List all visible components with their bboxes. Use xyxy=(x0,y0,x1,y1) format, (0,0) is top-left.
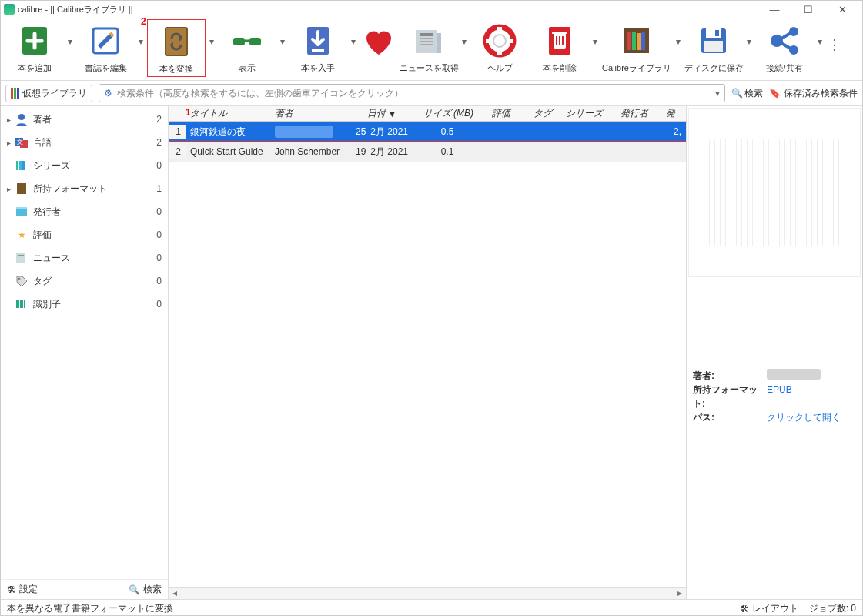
svg-rect-40 xyxy=(16,207,27,209)
th-rating[interactable]: 評価 xyxy=(478,105,524,122)
do-search-button[interactable]: 🔍 検索 xyxy=(731,87,763,100)
th-series[interactable]: シリーズ xyxy=(561,105,607,122)
window-title: calibre - || Calibreライブラリ || xyxy=(18,4,758,15)
sidebar-item-languages[interactable]: ▸ 文 言語 2 xyxy=(1,131,168,154)
th-publisher[interactable]: 発行者 xyxy=(607,105,661,122)
library-button[interactable]: Calibreライブラリ xyxy=(601,19,672,75)
download-book-icon xyxy=(299,22,336,59)
tag-browser-list[interactable]: ▸ 著者 2 ▸ 文 言語 2 シリーズ 0 ▸ 所持フォーマット xyxy=(1,106,168,579)
fetch-news-dropdown[interactable]: ▾ xyxy=(460,19,469,47)
svg-rect-39 xyxy=(16,209,27,216)
saved-label: 保存済み検索条件 xyxy=(784,87,858,100)
scroll-right-icon[interactable]: ▸ xyxy=(674,588,686,599)
horizontal-scrollbar[interactable]: ◂ ▸ xyxy=(169,587,686,599)
toolbar-overflow[interactable]: ⋮ xyxy=(826,19,843,53)
cover-image xyxy=(709,139,840,246)
sidebar-item-tags[interactable]: タグ 0 xyxy=(1,270,168,293)
minimize-button[interactable]: — xyxy=(758,1,791,18)
view-dropdown[interactable]: ▾ xyxy=(278,19,287,47)
view-button[interactable]: 表示 xyxy=(218,19,276,75)
person-icon xyxy=(15,112,28,126)
convert-book-dropdown[interactable]: ▾ xyxy=(207,19,216,47)
jobs-button[interactable]: ジョブ数: 0 xyxy=(809,602,856,615)
book-metadata: 著者: 所持フォーマット:EPUB パス:クリックして開く xyxy=(687,364,862,429)
table-header[interactable]: タイトル 著者 日付▼ サイズ (MB) 評価 タグ シリーズ 発行者 発 xyxy=(169,106,686,122)
table-empty-area[interactable] xyxy=(169,162,686,587)
table-row[interactable]: 1 銀河鉄道の夜 252月 2021 0.5 2, xyxy=(169,122,686,142)
th-tag[interactable]: タグ xyxy=(524,105,561,122)
sidebar-search-button[interactable]: 🔍 検索 xyxy=(129,583,162,596)
fetch-news-label: ニュースを取得 xyxy=(400,62,459,74)
connect-dropdown[interactable]: ▾ xyxy=(815,19,825,47)
close-button[interactable]: ✕ xyxy=(825,1,859,18)
book-list: 1 タイトル 著者 日付▼ サイズ (MB) 評価 タグ シリーズ 発行者 発 … xyxy=(169,106,687,599)
table-row[interactable]: 2 Quick Start Guide John Schember 192月 2… xyxy=(169,142,686,162)
bookmark-icon: 🔖 xyxy=(769,88,781,99)
virtual-library-button[interactable]: 仮想ライブラリ xyxy=(5,85,92,102)
star-icon: ★ xyxy=(15,228,28,242)
svg-rect-45 xyxy=(18,300,19,308)
help-button[interactable]: ヘルプ xyxy=(470,19,529,75)
view-label: 表示 xyxy=(239,62,256,74)
connect-label: 接続/共有 xyxy=(766,62,802,74)
svg-rect-38 xyxy=(17,183,26,194)
delete-book-button[interactable]: 本を削除 xyxy=(530,19,589,75)
save-dropdown[interactable]: ▾ xyxy=(744,19,754,47)
search-input[interactable]: ⚙ 検索条件（高度な検索をするには、左側の歯車アイコンをクリック） ▾ xyxy=(99,84,725,102)
convert-book-button[interactable]: 本を変換 xyxy=(147,19,206,77)
th-extra[interactable]: 発 xyxy=(661,105,686,122)
chevron-right-icon: ▸ xyxy=(7,185,15,193)
svg-rect-7 xyxy=(312,49,324,52)
settings-button[interactable]: 🛠 設定 xyxy=(7,583,38,596)
edit-meta-button[interactable]: 書誌を編集 xyxy=(76,19,135,75)
search-placeholder: 検索条件（高度な検索をするには、左側の歯車アイコンをクリック） xyxy=(117,87,403,100)
get-books-button[interactable]: 本を入手 xyxy=(289,19,347,75)
sidebar-item-publishers[interactable]: 発行者 0 xyxy=(1,200,168,223)
th-title[interactable]: タイトル xyxy=(186,105,270,122)
th-author[interactable]: 著者 xyxy=(270,105,347,122)
th-date[interactable]: 日付▼ xyxy=(347,105,416,122)
svg-rect-37 xyxy=(22,161,25,170)
meta-path-value[interactable]: クリックして開く xyxy=(767,410,841,424)
sidebar-item-ratings[interactable]: ★ 評価 0 xyxy=(1,223,168,246)
svg-rect-47 xyxy=(22,300,23,308)
scroll-left-icon[interactable]: ◂ xyxy=(169,588,181,599)
fetch-news-button[interactable]: ニュースを取得 xyxy=(400,19,458,75)
save-disk-button[interactable]: ディスクに保存 xyxy=(684,19,743,75)
magnifier-icon: 🔍 xyxy=(731,88,743,99)
connect-share-button[interactable]: 接続/共有 xyxy=(755,19,814,75)
add-book-dropdown[interactable]: ▾ xyxy=(65,19,75,47)
sidebar-item-identifiers[interactable]: 識別子 0 xyxy=(1,293,168,316)
svg-text:文: 文 xyxy=(17,139,23,146)
search-dropdown-icon[interactable]: ▾ xyxy=(715,88,720,99)
svg-rect-11 xyxy=(420,38,433,39)
meta-author-value[interactable] xyxy=(767,369,821,380)
sidebar-item-news[interactable]: ニュース 0 xyxy=(1,246,168,270)
svg-point-15 xyxy=(493,35,506,47)
get-books-dropdown[interactable]: ▾ xyxy=(349,19,358,47)
publisher-icon xyxy=(15,205,28,219)
app-icon xyxy=(4,4,15,15)
sidebar-item-series[interactable]: シリーズ 0 xyxy=(1,154,168,177)
delete-dropdown[interactable]: ▾ xyxy=(590,19,600,47)
add-book-label: 本を追加 xyxy=(18,62,52,74)
cover-preview[interactable] xyxy=(688,108,861,277)
gear-icon[interactable]: ⚙ xyxy=(104,88,112,99)
svg-rect-35 xyxy=(16,161,18,170)
tag-browser: ▸ 著者 2 ▸ 文 言語 2 シリーズ 0 ▸ 所持フォーマット xyxy=(1,106,169,599)
saved-searches-button[interactable]: 🔖 保存済み検索条件 xyxy=(769,87,858,100)
maximize-button[interactable]: ☐ xyxy=(791,1,825,18)
cell-size: 0.1 xyxy=(416,145,478,159)
add-book-button[interactable]: 本を追加 xyxy=(5,19,64,75)
series-icon xyxy=(15,159,28,172)
heart-button[interactable] xyxy=(360,19,398,73)
convert-book-label: 本を変換 xyxy=(159,63,193,75)
meta-format-value[interactable]: EPUB xyxy=(767,383,792,410)
sidebar-item-formats[interactable]: ▸ 所持フォーマット 1 xyxy=(1,177,168,200)
svg-rect-44 xyxy=(16,300,18,308)
layout-button[interactable]: 🛠 レイアウト xyxy=(740,602,798,615)
sidebar-item-authors[interactable]: ▸ 著者 2 xyxy=(1,108,168,131)
wrench-icon: 🛠 xyxy=(7,584,16,595)
library-dropdown[interactable]: ▾ xyxy=(674,19,683,47)
th-size[interactable]: サイズ (MB) xyxy=(416,105,478,122)
